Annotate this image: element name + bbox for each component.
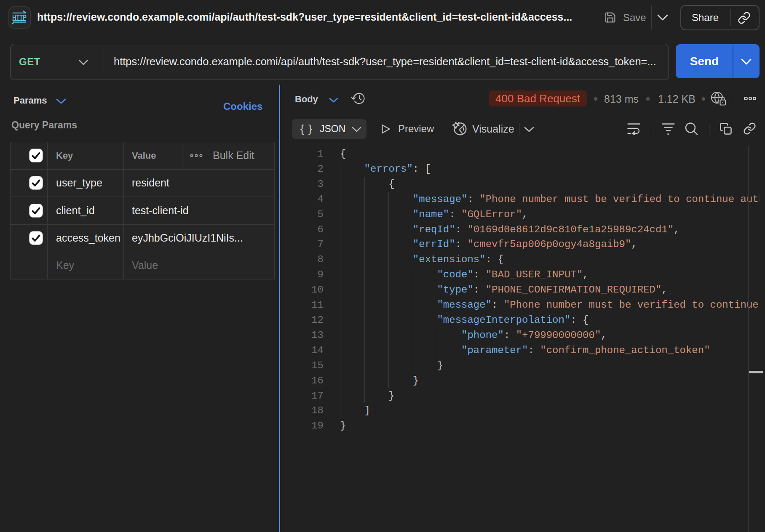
svg-text:HTTP: HTTP	[12, 13, 27, 22]
